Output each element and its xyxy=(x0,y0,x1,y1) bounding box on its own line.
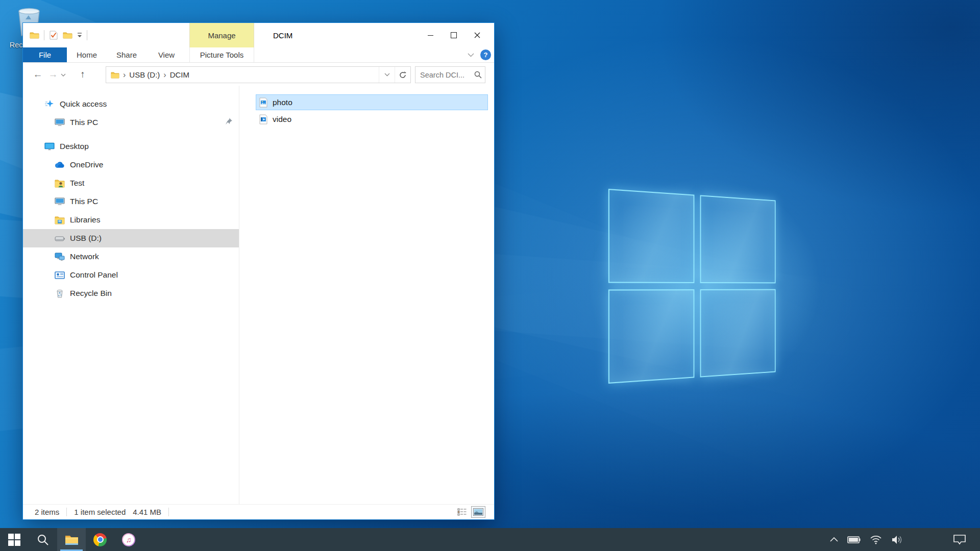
help-button[interactable]: ? xyxy=(480,49,491,60)
taskbar-file-explorer-button[interactable] xyxy=(57,528,86,551)
sidebar-item-quick-access[interactable]: Quick access xyxy=(23,95,239,113)
file-name: video xyxy=(273,115,291,124)
breadcrumb-chevron: › xyxy=(119,70,129,80)
minimize-button[interactable] xyxy=(419,23,442,47)
sidebar-item-network[interactable]: Network xyxy=(23,247,239,266)
wifi-icon[interactable] xyxy=(870,535,882,544)
action-center-button[interactable] xyxy=(953,534,966,545)
sidebar-item-control-panel[interactable]: Control Panel xyxy=(23,266,239,284)
tab-picture-tools[interactable]: Picture Tools xyxy=(189,47,254,62)
ribbon-collapse-button[interactable] xyxy=(463,47,478,62)
sidebar-item-label: Quick access xyxy=(60,99,107,109)
breadcrumb-dcim[interactable]: DCIM xyxy=(170,70,189,79)
file-list: photo video xyxy=(239,86,494,504)
sidebar-item-label: Control Panel xyxy=(70,270,118,280)
sidebar-item-label: OneDrive xyxy=(70,160,103,169)
large-icons-view-button[interactable] xyxy=(471,506,485,518)
sidebar-item-this-pc[interactable]: This PC xyxy=(23,192,239,211)
sidebar-item-label: Desktop xyxy=(60,142,89,151)
toolbar-divider xyxy=(87,30,87,40)
taskbar-search-button[interactable] xyxy=(29,528,57,551)
windows-logo-pane xyxy=(608,289,695,384)
tab-file[interactable]: File xyxy=(23,47,67,62)
customize-qat-chevron-icon[interactable] xyxy=(77,32,82,38)
sidebar-item-onedrive[interactable]: OneDrive xyxy=(23,156,239,174)
window-title: DCIM xyxy=(273,23,292,47)
chrome-icon xyxy=(93,533,107,546)
tab-view[interactable]: View xyxy=(146,47,186,62)
this-pc-monitor-icon xyxy=(55,117,65,128)
sidebar-item-desktop[interactable]: Desktop xyxy=(23,137,239,156)
action-center-icon xyxy=(953,534,966,545)
title-bar: Manage DCIM xyxy=(23,23,494,47)
libraries-folder-icon xyxy=(55,215,65,225)
tab-home[interactable]: Home xyxy=(67,47,107,62)
breadcrumb-usb[interactable]: USB (D:) xyxy=(129,70,160,79)
pin-icon xyxy=(225,117,233,128)
refresh-button[interactable] xyxy=(395,67,410,83)
file-row-photo[interactable]: photo xyxy=(256,94,488,110)
new-folder-icon[interactable] xyxy=(63,31,72,39)
recent-locations-button[interactable] xyxy=(61,70,71,79)
system-tray xyxy=(825,528,980,551)
search-placeholder: Search DCI... xyxy=(415,71,471,79)
search-box[interactable]: Search DCI... xyxy=(415,66,485,83)
tab-share[interactable]: Share xyxy=(107,47,146,62)
sidebar-item-this-pc-pinned[interactable]: This PC xyxy=(23,113,239,132)
ribbon-tab-bar: File Home Share View Picture Tools ? xyxy=(23,47,494,63)
desktop-monitor-icon xyxy=(44,141,55,152)
user-folder-icon xyxy=(55,178,65,188)
search-icon xyxy=(37,534,49,546)
address-bar[interactable]: › USB (D:) › DCIM xyxy=(106,66,411,83)
file-explorer-icon xyxy=(65,534,79,545)
properties-check-icon[interactable] xyxy=(49,31,58,40)
sidebar-item-usb-d[interactable]: USB (D:) xyxy=(23,229,239,247)
usb-drive-icon xyxy=(55,233,65,243)
control-panel-icon xyxy=(55,270,65,280)
breadcrumb-chevron: › xyxy=(160,70,169,80)
battery-icon[interactable] xyxy=(847,536,861,543)
sidebar-item-label: Test xyxy=(70,179,84,188)
window-controls xyxy=(419,23,489,47)
tray-expand-button[interactable] xyxy=(830,537,838,542)
sidebar-item-label: This PC xyxy=(70,197,98,206)
sidebar-item-label: This PC xyxy=(70,118,98,127)
file-explorer-window: Manage DCIM File Home Share View Picture… xyxy=(22,22,495,520)
folder-icon[interactable] xyxy=(30,31,39,39)
sidebar-item-label: Libraries xyxy=(70,215,100,224)
taskbar-itunes-button[interactable]: ♫ xyxy=(114,528,143,551)
close-button[interactable] xyxy=(465,23,489,47)
file-name: photo xyxy=(273,98,292,107)
chevron-down-icon xyxy=(468,53,474,57)
toolbar-divider xyxy=(44,30,44,40)
windows-start-icon xyxy=(8,534,20,546)
up-button[interactable]: ↑ xyxy=(75,69,90,80)
taskbar-chrome-button[interactable] xyxy=(86,528,114,551)
sidebar-item-recycle-bin[interactable]: Recycle Bin xyxy=(23,284,239,303)
sidebar-gap xyxy=(23,132,239,137)
sidebar-item-label: Network xyxy=(70,252,99,261)
details-view-button[interactable] xyxy=(455,506,469,518)
contextual-tab-manage[interactable]: Manage xyxy=(189,23,254,47)
details-view-icon xyxy=(457,508,467,516)
refresh-icon xyxy=(399,71,406,79)
sidebar-item-test[interactable]: Test xyxy=(23,174,239,192)
windows-logo-pane xyxy=(700,195,776,283)
main-area: Quick access This PC xyxy=(23,86,494,504)
start-button[interactable] xyxy=(0,528,29,551)
volume-icon[interactable] xyxy=(891,535,903,544)
address-dropdown-button[interactable] xyxy=(379,67,395,83)
quick-access-star-icon xyxy=(44,99,55,109)
pane-splitter[interactable] xyxy=(239,86,239,504)
video-file-icon xyxy=(258,114,268,124)
sidebar-item-libraries[interactable]: Libraries xyxy=(23,211,239,229)
folder-icon xyxy=(111,71,119,79)
search-icon[interactable] xyxy=(471,71,485,79)
sidebar-item-label: Recycle Bin xyxy=(70,289,112,298)
back-button[interactable]: ← xyxy=(30,69,45,80)
maximize-button[interactable] xyxy=(442,23,465,47)
file-row-video[interactable]: video xyxy=(256,111,488,127)
forward-button[interactable]: → xyxy=(45,69,61,80)
windows-logo-pane xyxy=(608,189,695,283)
status-divider xyxy=(66,508,67,516)
